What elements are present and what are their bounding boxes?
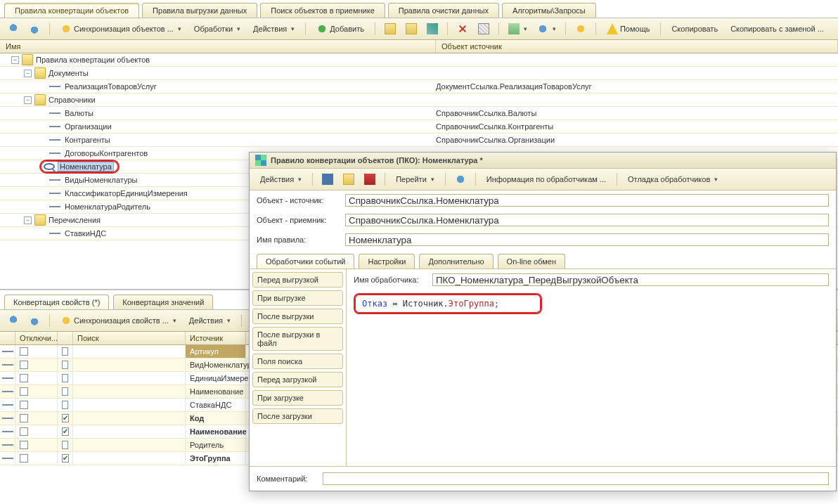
- collapse-icon[interactable]: −: [11, 56, 19, 64]
- refresh-button[interactable]: [572, 21, 590, 37]
- tab-algorithms[interactable]: Алгоритмы\Запросы: [502, 3, 596, 18]
- handler-after-import[interactable]: После загрузки: [252, 408, 343, 424]
- disable-checkbox[interactable]: [20, 454, 28, 463]
- edit-button[interactable]: [423, 21, 441, 37]
- dlg-tab-handlers[interactable]: Обработчики событий: [257, 254, 354, 269]
- input-handler-name[interactable]: [432, 273, 829, 286]
- arrow-down-icon: [29, 315, 40, 326]
- disable-checkbox[interactable]: [20, 427, 28, 436]
- dlg-tab-additional[interactable]: Дополнительно: [419, 254, 493, 269]
- handler-list: Перед выгрузкой При выгрузке После выгру…: [250, 269, 347, 466]
- search-checkbox[interactable]: [62, 387, 68, 396]
- source-cell: Наименование: [186, 425, 246, 438]
- dlg-actions-button[interactable]: Действия: [255, 173, 307, 186]
- dlg-btn3[interactable]: [361, 172, 379, 187]
- filter-button[interactable]: [534, 21, 560, 37]
- tab-value-conversion[interactable]: Конвертация значений: [113, 295, 213, 309]
- new-doc-button[interactable]: [381, 21, 399, 37]
- tree-item-row[interactable]: Контрагенты СправочникСсылка.Организации: [0, 134, 838, 147]
- selection-button[interactable]: [475, 21, 493, 37]
- nav-down-button[interactable]: [25, 313, 44, 328]
- dlg-tab-settings[interactable]: Настройки: [359, 254, 415, 269]
- collapse-icon[interactable]: −: [24, 70, 32, 77]
- col-search[interactable]: Поиск: [73, 332, 186, 344]
- dlg-debug-button[interactable]: Отладка обработчиков: [623, 173, 723, 186]
- separator: [305, 22, 306, 35]
- search-checkbox[interactable]: [62, 401, 68, 409]
- tree-mode-button[interactable]: [505, 21, 531, 37]
- tab-conversion-rules[interactable]: Правила конвертации объектов: [4, 3, 139, 18]
- disable-checkbox[interactable]: [20, 441, 28, 449]
- handler-before-import[interactable]: Перед загрузкой: [252, 372, 343, 387]
- nav-up-button[interactable]: [4, 313, 22, 328]
- tree-root-row[interactable]: −Правила конвертации объектов: [0, 53, 838, 67]
- col-source[interactable]: Источник: [186, 332, 246, 344]
- dlg-tab-online[interactable]: On-line обмен: [498, 254, 565, 269]
- folder-open-icon: [34, 214, 46, 226]
- add-button[interactable]: Добавить: [311, 21, 369, 37]
- input-source[interactable]: [345, 194, 829, 207]
- filter-icon: [537, 23, 548, 34]
- tab-cleanup-rules[interactable]: Правила очистки данных: [388, 3, 499, 18]
- lower-actions-button[interactable]: Действия: [184, 314, 236, 327]
- handler-after-export[interactable]: После выгрузки: [252, 309, 343, 324]
- dlg-btn2[interactable]: [340, 172, 358, 187]
- tree-item-row[interactable]: РеализацияТоваровУслуг ДокументСсылка.Ре…: [0, 80, 838, 93]
- input-dest[interactable]: [345, 214, 829, 226]
- search-checkbox[interactable]: [62, 361, 68, 369]
- col-marker[interactable]: [0, 332, 15, 344]
- search-checkbox[interactable]: [62, 374, 68, 382]
- copy-replace-button[interactable]: Скопировать с заменой ...: [726, 22, 829, 35]
- tree-icon: [508, 23, 520, 34]
- actions-button[interactable]: Действия: [248, 22, 299, 35]
- handler-before-export[interactable]: Перед выгрузкой: [252, 272, 343, 287]
- search-checkbox[interactable]: [62, 414, 69, 422]
- help-button[interactable]: Помощь: [602, 21, 655, 37]
- processors-button[interactable]: Обработки: [189, 22, 245, 35]
- search-checkbox[interactable]: [62, 441, 68, 449]
- disable-checkbox[interactable]: [20, 361, 28, 369]
- column-source[interactable]: Объект источник: [436, 40, 838, 53]
- disable-checkbox[interactable]: [20, 401, 28, 409]
- delete-button[interactable]: [453, 21, 472, 37]
- nav-up-button[interactable]: [4, 21, 22, 37]
- source-cell: ЭтоГруппа: [186, 452, 246, 465]
- search-checkbox[interactable]: [62, 454, 69, 463]
- sync-objects-button[interactable]: Синхронизация объектов ...: [56, 21, 186, 37]
- code-editor[interactable]: Отказ = Источник.ЭтоГруппа;: [354, 293, 542, 314]
- disable-checkbox[interactable]: [20, 374, 28, 382]
- disable-checkbox[interactable]: [20, 414, 28, 422]
- disable-checkbox[interactable]: [20, 387, 28, 396]
- handler-on-import[interactable]: При загрузке: [252, 390, 343, 406]
- tab-property-conversion[interactable]: Конвертация свойств (*): [4, 295, 109, 309]
- handler-on-export[interactable]: При выгрузке: [252, 290, 343, 306]
- copy-button[interactable]: Скопировать: [666, 22, 723, 35]
- search-checkbox[interactable]: [62, 347, 68, 356]
- input-name[interactable]: [345, 233, 829, 246]
- tab-object-search[interactable]: Поиск объектов в приемнике: [260, 3, 385, 18]
- tree-catalogs-row[interactable]: −Справочники: [0, 93, 838, 107]
- tree-documents-row[interactable]: −Документы: [0, 67, 838, 80]
- tab-export-rules[interactable]: Правила выгрузки данных: [142, 3, 257, 18]
- dialog-titlebar[interactable]: Правило конвертации объектов (ПКО): Номе…: [250, 153, 836, 169]
- handler-after-export-file[interactable]: После выгрузки в файл: [252, 327, 343, 351]
- dlg-goto-button[interactable]: Перейти: [391, 173, 439, 186]
- col-disable[interactable]: Отключи...: [15, 332, 58, 344]
- handler-search-fields[interactable]: Поля поиска: [252, 354, 343, 369]
- collapse-icon[interactable]: −: [24, 96, 32, 104]
- search-checkbox[interactable]: [62, 427, 69, 436]
- nav-down-button[interactable]: [25, 21, 44, 37]
- tree-item-row[interactable]: Организации СправочникСсылка.Контрагенты: [0, 120, 838, 134]
- input-comment[interactable]: [323, 472, 829, 485]
- dlg-handlers-info-button[interactable]: Информация по обработчикам ...: [482, 173, 611, 186]
- collapse-icon[interactable]: −: [24, 217, 32, 224]
- column-name[interactable]: Имя: [0, 40, 436, 53]
- tree-item-row[interactable]: Валюты СправочникСсылка.Валюты: [0, 107, 838, 120]
- source-cell: ЕдиницаИзмерения: [186, 372, 246, 385]
- disable-checkbox[interactable]: [20, 347, 28, 356]
- copy-doc-button[interactable]: [402, 21, 420, 37]
- sync-props-button[interactable]: Синхронизация свойств ...: [56, 313, 181, 328]
- dlg-help-button[interactable]: [451, 172, 470, 187]
- col-flag[interactable]: [58, 332, 73, 344]
- dlg-save-button[interactable]: [318, 172, 337, 187]
